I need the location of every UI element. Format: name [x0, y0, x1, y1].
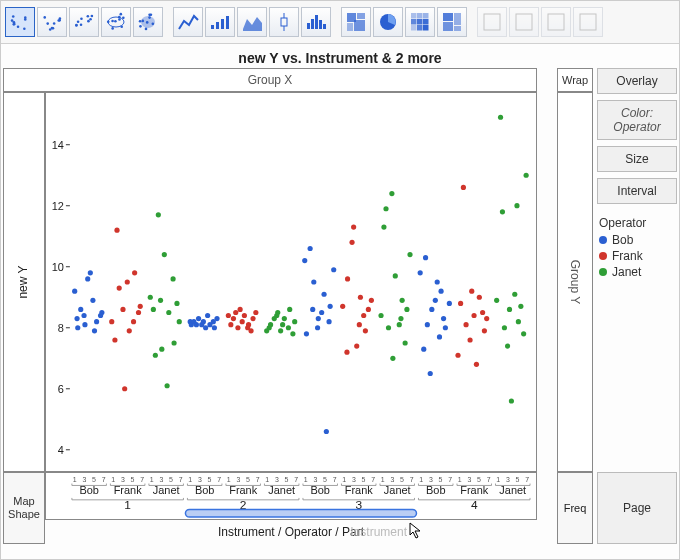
- svg-text:Janet: Janet: [268, 484, 295, 496]
- toolbar-bar-chart[interactable]: [205, 7, 235, 37]
- svg-point-19: [87, 15, 90, 18]
- svg-point-25: [89, 18, 92, 21]
- svg-text:3: 3: [275, 476, 279, 483]
- svg-point-151: [242, 313, 247, 318]
- svg-text:5: 5: [285, 476, 289, 483]
- svg-text:5: 5: [439, 476, 443, 483]
- svg-point-155: [250, 316, 255, 321]
- svg-point-173: [310, 307, 315, 312]
- svg-text:12: 12: [52, 200, 64, 212]
- toolbar-boxplot[interactable]: [269, 7, 299, 37]
- svg-point-191: [361, 313, 366, 318]
- chart-title: new Y vs. Instrument & 2 more: [1, 44, 679, 68]
- svg-point-208: [418, 270, 423, 275]
- svg-text:7: 7: [217, 476, 221, 483]
- svg-text:5: 5: [208, 476, 212, 483]
- toolbar-histogram[interactable]: [301, 7, 331, 37]
- svg-rect-56: [315, 15, 318, 29]
- svg-point-98: [82, 322, 87, 327]
- svg-rect-67: [417, 13, 423, 19]
- svg-point-23: [80, 24, 83, 27]
- svg-point-238: [507, 307, 512, 312]
- svg-point-143: [214, 316, 219, 321]
- legend-item-frank[interactable]: Frank: [599, 249, 677, 263]
- toolbar-mosaic[interactable]: [341, 7, 371, 37]
- toolbar-scatter-blob[interactable]: [133, 7, 163, 37]
- svg-text:3: 3: [429, 476, 433, 483]
- toolbar-scatter-dots[interactable]: [5, 7, 35, 37]
- svg-point-177: [319, 310, 324, 315]
- scatter-plot[interactable]: 468101214: [45, 92, 537, 472]
- svg-point-145: [228, 322, 233, 327]
- svg-text:1: 1: [150, 476, 154, 483]
- svg-point-118: [148, 295, 153, 300]
- toolbar: [1, 1, 679, 44]
- svg-point-240: [512, 292, 517, 297]
- svg-text:5: 5: [323, 476, 327, 483]
- x-axis-label: Instrument / Operator / Part: [218, 525, 364, 539]
- svg-point-34: [111, 20, 114, 23]
- color-button[interactable]: Color: Operator: [597, 100, 677, 140]
- page-button[interactable]: Page: [597, 472, 677, 544]
- svg-text:7: 7: [410, 476, 414, 483]
- svg-rect-66: [411, 25, 417, 31]
- svg-text:3: 3: [352, 476, 356, 483]
- svg-point-123: [159, 347, 164, 352]
- svg-point-6: [12, 23, 15, 26]
- svg-point-190: [358, 295, 363, 300]
- svg-text:6: 6: [58, 383, 64, 395]
- cursor-icon: [409, 522, 423, 540]
- svg-point-100: [88, 270, 93, 275]
- svg-text:3: 3: [198, 476, 202, 483]
- svg-rect-80: [580, 14, 596, 30]
- toolbar-treemap[interactable]: [437, 7, 467, 37]
- svg-point-198: [386, 325, 391, 330]
- toolbar-pie[interactable]: [373, 7, 403, 37]
- group-x-header[interactable]: Group X: [3, 68, 537, 92]
- svg-point-119: [151, 307, 156, 312]
- svg-point-153: [246, 322, 251, 327]
- svg-point-146: [231, 316, 236, 321]
- svg-point-178: [321, 292, 326, 297]
- toolbar-area-chart[interactable]: [237, 7, 267, 37]
- svg-point-95: [75, 325, 80, 330]
- svg-text:7: 7: [333, 476, 337, 483]
- svg-rect-58: [323, 24, 326, 29]
- svg-point-214: [433, 298, 438, 303]
- map-shape-button[interactable]: Map Shape: [3, 472, 45, 544]
- wrap-button[interactable]: Wrap: [557, 68, 593, 92]
- size-button[interactable]: Size: [597, 146, 677, 172]
- svg-rect-55: [311, 19, 314, 29]
- toolbar-heatmap[interactable]: [405, 7, 435, 37]
- toolbar-scatter-dense[interactable]: [37, 7, 67, 37]
- svg-point-113: [127, 328, 132, 333]
- overlay-button[interactable]: Overlay: [597, 68, 677, 94]
- legend-item-bob[interactable]: Bob: [599, 233, 677, 247]
- svg-point-27: [114, 20, 117, 23]
- svg-point-16: [57, 19, 60, 22]
- svg-point-183: [340, 304, 345, 309]
- svg-point-162: [275, 310, 280, 315]
- group-y-header[interactable]: Group Y: [557, 92, 593, 472]
- svg-rect-65: [411, 19, 417, 25]
- svg-point-175: [315, 325, 320, 330]
- svg-point-213: [429, 307, 434, 312]
- legend-item-janet[interactable]: Janet: [599, 265, 677, 279]
- toolbar-line-chart[interactable]: [173, 7, 203, 37]
- toolbar-fx-shape1: [541, 7, 571, 37]
- svg-text:4: 4: [58, 444, 64, 456]
- svg-point-13: [46, 22, 49, 25]
- toolbar-scatter-ellipse[interactable]: [101, 7, 131, 37]
- x-axis-zone[interactable]: 1357Bob1357Frank1357Janet11357Bob1357Fra…: [45, 472, 537, 520]
- svg-rect-73: [443, 13, 453, 21]
- svg-text:3: 3: [390, 476, 394, 483]
- svg-text:Frank: Frank: [114, 484, 143, 496]
- interval-button[interactable]: Interval: [597, 178, 677, 204]
- svg-rect-77: [484, 14, 500, 30]
- freq-button[interactable]: Freq: [557, 472, 593, 544]
- svg-point-224: [463, 322, 468, 327]
- svg-text:7: 7: [102, 476, 106, 483]
- toolbar-fx-shape2: [573, 7, 603, 37]
- toolbar-scatter-grid[interactable]: [69, 7, 99, 37]
- svg-text:7: 7: [179, 476, 183, 483]
